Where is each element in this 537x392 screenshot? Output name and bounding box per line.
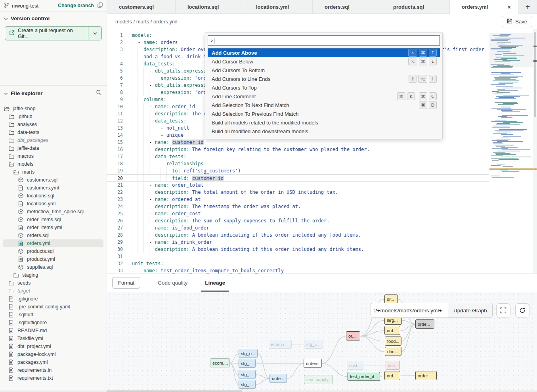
tab-locations-sql[interactable]: locations.sql — [176, 0, 244, 14]
tab-orders-sql[interactable]: orders.sql — [313, 0, 381, 14]
lineage-node-stg_o[interactable]: stg_o... — [239, 349, 258, 358]
lineage-node-m_ord[interactable]: ord... — [384, 326, 400, 335]
tree-item-data-tests[interactable]: data-tests — [3, 128, 103, 136]
lineage-node-stg_b[interactable]: stg_... — [239, 370, 256, 379]
tree-item-package-lock-yml[interactable]: package-lock.yml — [3, 350, 103, 358]
command-item-add-cursors-to-line-ends[interactable]: Add Cursors to Line Ends⇧⌥I — [208, 75, 440, 83]
close-tab-icon[interactable]: × — [506, 3, 512, 11]
lineage-node-orders[interactable]: orders — [304, 359, 322, 368]
tree-item--sqlfluff[interactable]: .sqlfluff — [3, 311, 103, 319]
lineage-node-order_r[interactable]: order_... — [415, 371, 437, 380]
code-line[interactable]: 19to: ref('stg_customers') — [107, 167, 489, 174]
editor-scrollbar[interactable] — [533, 29, 537, 273]
scrollbar-thumb[interactable] — [534, 32, 536, 117]
tree-item--sqlfluffignore[interactable]: .sqlfluffignore — [3, 319, 103, 327]
search-icon[interactable] — [96, 90, 102, 97]
command-item-build-all-modified-and-downstream-models[interactable]: Build all modified and downstream models — [208, 127, 440, 136]
lineage-node-stgc_f[interactable]: stg_c... — [304, 340, 323, 349]
lineage-node-m_or[interactable]: or... — [384, 294, 398, 304]
tree-item-readme-md[interactable]: README.md — [3, 327, 103, 335]
tree-item-marts[interactable]: marts — [3, 168, 103, 176]
create-pr-button[interactable]: Create a pull request on Git... — [5, 26, 102, 40]
lineage-node-or_sel[interactable]: or... — [346, 331, 360, 340]
code-line[interactable]: 30description: A boolean indicating if t… — [107, 246, 489, 253]
horizontal-scrollbar-thumb[interactable] — [107, 390, 242, 392]
command-item-add-line-comment[interactable]: Add Line Comment⌘K⌘C — [208, 92, 440, 101]
command-item-add-cursor-below[interactable]: Add Cursor Below⌥⌘↓ — [208, 57, 440, 66]
lineage-node-m_food[interactable]: food... — [385, 337, 401, 346]
tree-item-orders-yml[interactable]: orders.yml — [3, 239, 103, 247]
command-item-add-cursors-to-bottom[interactable]: Add Cursors To Bottom — [208, 66, 440, 75]
tree-item-dbt-packages[interactable]: dbt_packages — [3, 136, 103, 144]
tree-item-seeds[interactable]: seeds — [3, 279, 103, 287]
lineage-node-m_drin[interactable]: drin... — [385, 347, 401, 356]
code-line[interactable]: 26description: The sum of supply expense… — [107, 217, 489, 224]
save-button[interactable]: Save — [502, 16, 532, 27]
update-graph-button[interactable]: Update Graph — [448, 303, 493, 318]
change-branch-link[interactable]: Change branch — [58, 3, 94, 8]
tree-item-target[interactable]: target — [3, 287, 103, 295]
tree-item-taskfile-yml[interactable]: Taskfile.yml — [3, 335, 103, 342]
lineage-node-order_items[interactable]: orde... — [269, 374, 287, 383]
tree-item-products-yml[interactable]: products.yml — [3, 255, 103, 263]
code-line[interactable]: 33- name: test_order_items_compute_to_bo… — [107, 267, 489, 273]
code-line[interactable]: 21- name: order_total — [107, 182, 489, 189]
code-line[interactable]: 18- relationships: — [107, 160, 489, 167]
tab-customers-sql[interactable]: customers.sql — [107, 0, 176, 14]
tree-item--gitignore[interactable]: .gitignore — [3, 295, 103, 303]
code-editor[interactable]: 1models:2- name: orders3description: Ord… — [107, 29, 537, 273]
tree-item-requirements-in[interactable]: requirements.in — [3, 366, 103, 374]
code-line[interactable]: 28description: A boolean indicating if t… — [107, 231, 489, 239]
tree-item-supplies-sql[interactable]: supplies.sql — [3, 263, 103, 271]
command-item-add-selection-to-next-find-match[interactable]: Add Selection To Next Find Match⌘D — [208, 101, 440, 109]
code-line[interactable]: 24description: The timestamp the order w… — [107, 203, 489, 210]
command-item-build-all-models-related-to-the-modified-models[interactable]: Build all models related to the modified… — [208, 118, 440, 127]
tree-item-order-items-sql[interactable]: order_items.sql — [3, 216, 103, 224]
refresh-button[interactable] — [515, 303, 529, 317]
tab-lineage[interactable]: Lineage — [205, 274, 225, 292]
lineage-canvas[interactable]: ecom....stg_o...stg_...stg_...stg_...ord… — [107, 292, 537, 391]
code-line[interactable]: 32unit_tests: — [107, 260, 489, 267]
command-item-add-selection-to-previous-find-match[interactable]: Add Selection To Previous Find Match — [208, 109, 440, 118]
code-line[interactable]: 23- name: ordered_at — [107, 196, 489, 203]
tree-item-requirements-txt[interactable]: requirements.txt — [3, 374, 103, 382]
code-line[interactable]: 17data_tests: — [107, 153, 489, 160]
lineage-node-test_oi[interactable]: test_order_it... — [348, 372, 380, 381]
version-control-header[interactable]: Version control — [0, 11, 107, 25]
code-line[interactable]: 15- name: customer_id — [107, 139, 489, 146]
code-line[interactable]: 29- name: is_drink_order — [107, 239, 489, 246]
tree-item--github[interactable]: .github — [3, 113, 103, 120]
tab-orders-yml[interactable]: orders.yml× — [450, 0, 518, 14]
tree-item-jaffle-data[interactable]: jaffle-data — [3, 144, 103, 152]
tree-item-locations-yml[interactable]: locations.yml — [3, 200, 103, 208]
tree-item--pre-commit-config-yaml[interactable]: .pre-commit-config.yaml — [3, 303, 103, 311]
tree-item-customers-yml[interactable]: customers.yml — [3, 184, 103, 192]
tree-item-order-items-yml[interactable]: order_items.yml — [3, 224, 103, 231]
lineage-node-orde_grey[interactable]: orde... — [415, 319, 434, 329]
copy-icon[interactable] — [97, 2, 103, 9]
minimap-viewport[interactable] — [489, 33, 533, 67]
lineage-node-ord2[interactable]: ord... — [384, 371, 400, 380]
tab-code-quality[interactable]: Code quality — [158, 274, 187, 292]
tree-item-products-sql[interactable]: products.sql — [3, 247, 103, 255]
lineage-node-testsup_f[interactable]: test_supply... — [304, 375, 333, 384]
tree-item-locations-sql[interactable]: locations.sql — [3, 192, 103, 200]
tab-locations-yml[interactable]: locations.yml — [244, 0, 313, 14]
lineage-node-cust_f[interactable]: cust... — [347, 361, 363, 370]
horizontal-scrollbar[interactable] — [0, 390, 537, 392]
command-input[interactable]: > — [208, 35, 440, 46]
tree-item-macros[interactable]: macros — [3, 152, 103, 160]
new-tab-button[interactable]: + — [526, 2, 530, 11]
code-line[interactable]: 27- name: is_food_order — [107, 224, 489, 231]
lineage-node-stg_a[interactable]: stg_... — [239, 359, 256, 368]
tree-item-staging[interactable]: staging — [3, 271, 103, 279]
command-item-add-cursor-above[interactable]: Add Cursor Above⌥⌘↑ — [208, 48, 440, 57]
lineage-filter-input[interactable]: 2+models/marts/orders.yml+ — [371, 303, 448, 318]
tree-item-customers-sql[interactable]: customers.sql — [3, 176, 103, 184]
code-line-current[interactable]: 20field: customer_id — [107, 174, 489, 182]
tree-item-models[interactable]: models — [3, 160, 103, 168]
code-line[interactable]: 31 — [107, 253, 489, 260]
tree-item-dbt-project-yml[interactable]: dbt_project.yml — [3, 342, 103, 350]
tree-item-analyses[interactable]: analyses — [3, 120, 103, 128]
lineage-node-cus_f[interactable]: cus... — [386, 361, 400, 370]
